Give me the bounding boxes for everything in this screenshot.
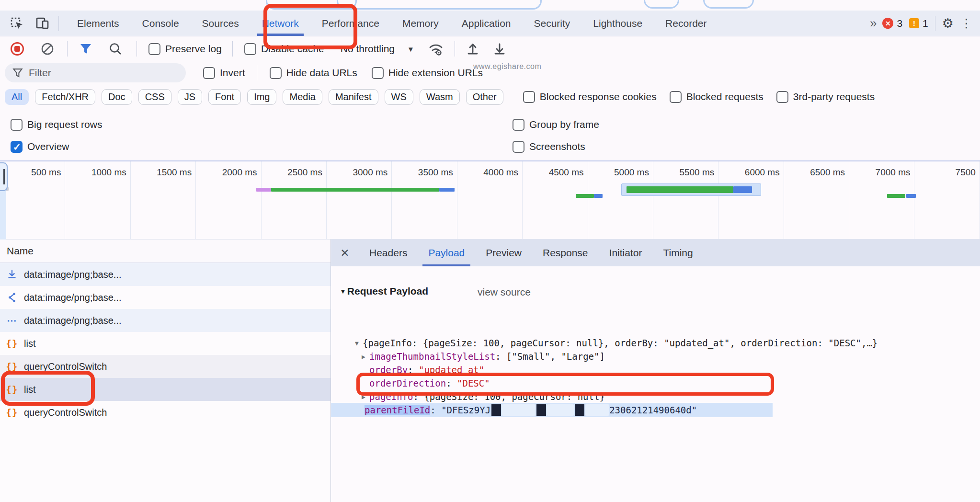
chip-img[interactable]: Img <box>247 89 276 105</box>
error-count: 3 <box>897 18 902 29</box>
inspect-element-icon[interactable] <box>4 11 30 36</box>
tab-timing[interactable]: Timing <box>652 240 703 266</box>
tab-performance[interactable]: Performance <box>310 11 391 36</box>
warning-count: 1 <box>923 18 928 29</box>
request-row[interactable]: {} queryControlSwitch <box>0 355 330 378</box>
disable-cache-checkbox[interactable] <box>244 43 256 55</box>
chip-js[interactable]: JS <box>178 89 202 105</box>
export-har-icon[interactable] <box>492 42 507 56</box>
request-row[interactable]: data:image/png;base... <box>0 263 330 286</box>
timeline-request-bar[interactable] <box>439 188 455 192</box>
group-by-frame-checkbox[interactable] <box>513 119 524 131</box>
json-braces-icon: {} <box>6 361 18 372</box>
big-request-rows-checkbox[interactable] <box>11 119 23 131</box>
tab-elements[interactable]: Elements <box>66 11 131 36</box>
payload-entry-row[interactable]: ▶ imageThumbnailStyleList: ["Small", "La… <box>331 350 980 363</box>
request-row[interactable]: {} list <box>0 332 330 355</box>
payload-entry-row[interactable]: ▶ pageInfo: {pageSize: 100, pageCursor: … <box>331 390 980 403</box>
payload-entry-row-selected[interactable]: parentFileId: "DFESz9YJ23062121490640d" <box>331 403 980 417</box>
chip-manifest[interactable]: Manifest <box>329 89 378 105</box>
warning-badge[interactable]: ! 1 <box>909 18 928 29</box>
blocked-requests-checkbox[interactable] <box>670 91 682 103</box>
request-payload-header[interactable]: ▼ Request Payload <box>340 285 428 297</box>
name-column-header[interactable]: Name <box>0 240 330 263</box>
tab-lighthouse[interactable]: Lighthouse <box>581 11 654 36</box>
tab-initiator[interactable]: Initiator <box>599 240 653 266</box>
tab-payload[interactable]: Payload <box>418 240 475 266</box>
redaction-block <box>491 404 501 416</box>
timeline-request-bar[interactable] <box>256 188 271 192</box>
timeline-request-bar[interactable] <box>594 194 603 198</box>
timeline-request-bar[interactable] <box>906 194 916 198</box>
timeline-request-bar[interactable] <box>887 194 906 198</box>
payload-entry-row[interactable]: orderBy: "updated_at" <box>331 363 980 376</box>
chip-css[interactable]: CSS <box>138 89 171 105</box>
request-row[interactable]: {} queryControlSwitch <box>0 401 330 424</box>
timeline-request-bar[interactable] <box>733 186 752 193</box>
settings-gear-icon[interactable]: ⚙ <box>942 16 954 31</box>
disable-cache-label: Disable cache <box>261 43 324 55</box>
screenshots-checkbox[interactable] <box>513 141 524 153</box>
tab-preview[interactable]: Preview <box>475 240 532 266</box>
request-row-selected[interactable]: {} list <box>0 378 330 401</box>
collapse-triangle-icon[interactable]: ▼ <box>340 287 346 295</box>
tab-network[interactable]: Network <box>251 11 310 36</box>
view-source-link[interactable]: view source <box>478 286 531 298</box>
filter-input-pill[interactable] <box>5 63 186 82</box>
tab-headers[interactable]: Headers <box>359 240 418 266</box>
tab-sources[interactable]: Sources <box>191 11 251 36</box>
chip-fetch-xhr[interactable]: Fetch/XHR <box>35 89 95 105</box>
hide-data-urls-checkbox[interactable] <box>270 67 282 79</box>
timeline-request-bar[interactable] <box>271 188 439 192</box>
overview-checkbox[interactable] <box>11 141 23 153</box>
tab-application[interactable]: Application <box>450 11 523 36</box>
hide-extension-urls-checkbox[interactable] <box>372 67 384 79</box>
filter-input[interactable] <box>29 67 178 79</box>
expand-triangle-icon[interactable]: ▼ <box>351 340 363 347</box>
tab-console[interactable]: Console <box>131 11 191 36</box>
throttling-select[interactable]: No throttling <box>341 43 395 55</box>
blocked-response-cookies-checkbox[interactable] <box>523 91 535 103</box>
request-row[interactable]: data:image/png;base... <box>0 286 330 309</box>
close-icon[interactable]: ✕ <box>331 247 359 260</box>
error-badge[interactable]: ✕ 3 <box>882 18 902 29</box>
third-party-requests-checkbox[interactable] <box>776 91 788 103</box>
device-toolbar-icon[interactable] <box>30 11 56 36</box>
request-name: queryControlSwitch <box>24 361 107 372</box>
network-conditions-icon[interactable] <box>428 42 444 56</box>
preserve-log-checkbox[interactable] <box>148 43 160 55</box>
tab-security[interactable]: Security <box>522 11 581 36</box>
chip-wasm[interactable]: Wasm <box>420 89 460 105</box>
payload-redacted-prefix: "DFESz9YJ <box>441 405 490 415</box>
more-tabs-icon[interactable]: » <box>870 16 876 31</box>
timeline-request-bar[interactable] <box>627 186 733 193</box>
filter-funnel-icon[interactable] <box>79 43 92 55</box>
search-icon[interactable] <box>109 42 122 56</box>
tab-recorder[interactable]: Recorder <box>654 11 718 36</box>
record-network-log-button[interactable] <box>11 42 24 56</box>
chip-media[interactable]: Media <box>283 89 322 105</box>
network-overview-timeline[interactable]: 500 ms 1000 ms 1500 ms 2000 ms 2500 ms 3… <box>0 160 980 240</box>
chip-font[interactable]: Font <box>208 89 241 105</box>
kebab-menu-icon[interactable]: ⋮ <box>960 16 972 30</box>
chip-other[interactable]: Other <box>466 89 503 105</box>
timeline-request-bar[interactable] <box>576 194 594 198</box>
timeline-window-handle[interactable] <box>0 162 8 191</box>
request-row[interactable]: ⋯ data:image/png;base... <box>0 309 330 332</box>
filter-funnel-small-icon <box>12 68 23 78</box>
expand-triangle-icon[interactable]: ▶ <box>358 393 369 400</box>
chip-all[interactable]: All <box>5 89 29 105</box>
tab-memory[interactable]: Memory <box>391 11 450 36</box>
payload-entry-row[interactable]: orderDirection: "DESC" <box>331 376 980 390</box>
tab-response[interactable]: Response <box>532 240 599 266</box>
import-har-icon[interactable] <box>466 42 480 56</box>
expand-triangle-icon[interactable]: ▶ <box>358 353 369 360</box>
chip-doc[interactable]: Doc <box>102 89 132 105</box>
invert-checkbox[interactable] <box>203 67 215 79</box>
chip-ws[interactable]: WS <box>385 89 413 105</box>
devtools-window: Elements Console Sources Network Perform… <box>0 0 980 502</box>
throttling-dropdown-arrow-icon[interactable]: ▼ <box>407 45 414 53</box>
redaction-blur <box>585 404 609 416</box>
payload-root-row[interactable]: ▼ {pageInfo: {pageSize: 100, pageCursor:… <box>331 336 980 350</box>
clear-network-log-button[interactable] <box>40 42 55 56</box>
